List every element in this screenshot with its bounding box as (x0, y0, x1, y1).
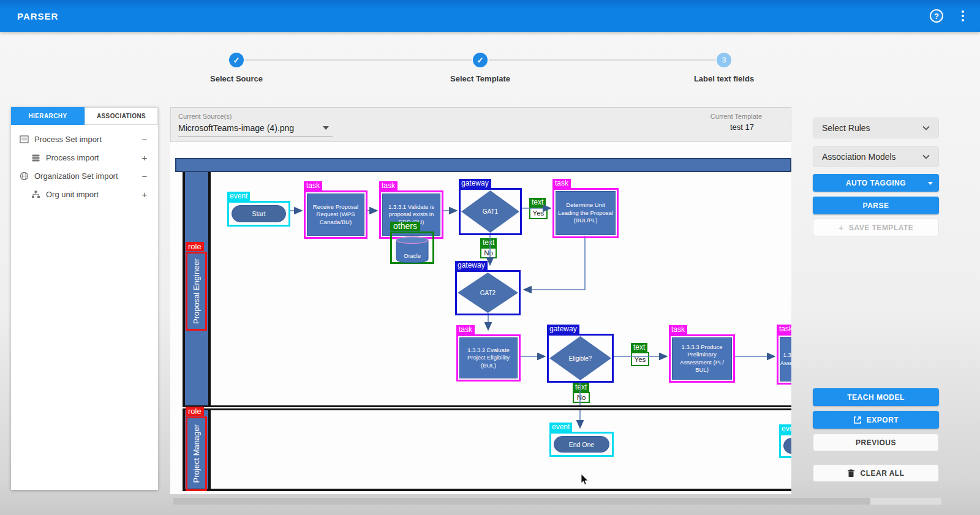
tree-item-process-import[interactable]: Process import + (11, 148, 158, 167)
collapse-toggle[interactable]: − (140, 171, 149, 181)
current-template-value: test 17 (730, 122, 754, 132)
source-select-value: MicrosoftTeams-image (4).png (178, 123, 294, 133)
task-shape[interactable]: 1.3.3.3 Produce Preliminary Assessment (… (672, 337, 732, 380)
diagram-canvas[interactable]: role Proposal Engineer role Project Mana… (170, 142, 791, 494)
collapse-toggle[interactable]: − (140, 134, 149, 145)
annotation-event-start[interactable]: event Start (227, 190, 290, 227)
step-2-label: Select Template (419, 74, 541, 83)
annotation-gateway-eligible[interactable]: gateway Eligible? (547, 323, 614, 383)
gateway-shape[interactable]: GAT1 (461, 190, 519, 233)
step-3-circle[interactable]: 3 (717, 53, 731, 67)
teach-model-button[interactable]: TEACH MODEL (813, 388, 939, 406)
current-template-label: Current Template (710, 113, 762, 120)
select-rules-dropdown[interactable]: Select Rules (813, 118, 939, 138)
step-1-circle[interactable]: ✓ (229, 53, 244, 67)
gateway-shape[interactable]: Eligible? (549, 336, 611, 380)
help-icon[interactable]: ? (930, 9, 943, 23)
annotation-text-no2[interactable]: text No (573, 381, 590, 403)
annotation-task-receive-proposal[interactable]: task Receive Proposal Request (WPS Canad… (304, 179, 368, 239)
current-source-label: Current Source(s) (178, 113, 232, 120)
oracle-label: Oracle (404, 252, 421, 259)
plus-icon: + (839, 222, 844, 233)
save-template-button[interactable]: + SAVE TEMPLATE (813, 219, 939, 236)
role-label: Proposal Engineer (192, 258, 201, 324)
annotation-text-yes2[interactable]: text Yes (631, 341, 649, 366)
org-unit-icon (31, 190, 40, 199)
app-title: PARSER (17, 11, 58, 21)
annotation-task-produce[interactable]: task 1.3.3.3 Produce Preliminary Assessm… (669, 323, 735, 383)
role-label: Project Manager (192, 424, 201, 483)
tree-item-organization-set-import[interactable]: Organization Set import − (11, 167, 158, 185)
text-shape[interactable]: Yes (529, 207, 548, 219)
database-cylinder-shape[interactable]: Oracle (395, 236, 429, 264)
process-set-icon (20, 135, 29, 144)
annotation-event-end-one[interactable]: event End One (549, 421, 614, 457)
annotation-task-assessment[interactable]: task 1.3.3.4 Assessm (777, 323, 791, 385)
bpmn-pool-header (175, 158, 791, 172)
source-select[interactable]: MicrosoftTeams-image (4).png (178, 122, 333, 137)
task-shape[interactable]: Determine Unit Leading the Proposal (BUL… (556, 191, 616, 235)
previous-button[interactable]: PREVIOUS (813, 434, 939, 451)
chevron-down-icon (922, 126, 930, 130)
step-1-label: Select Source (175, 74, 298, 83)
gateway-shape[interactable]: GAT2 (458, 273, 518, 313)
chevron-down-icon (928, 182, 933, 185)
association-models-dropdown[interactable]: Association Models (813, 146, 939, 167)
annotation-role-proposal-engineer[interactable]: role Proposal Engineer (186, 241, 207, 331)
event-shape-end-one[interactable]: End One (554, 436, 609, 453)
scrollbar-thumb[interactable] (173, 498, 870, 505)
step-connector (245, 59, 472, 61)
task-shape[interactable]: 1.3.3.4 Assessm (780, 337, 791, 382)
tab-associations[interactable]: ASSOCIATIONS (85, 107, 158, 125)
chevron-down-icon (323, 126, 329, 130)
annotation-role-project-manager[interactable]: role Project Manager (186, 405, 207, 491)
step-connector (489, 59, 715, 61)
app-header: PARSER ? (0, 0, 980, 32)
clear-all-button[interactable]: CLEAR ALL (813, 464, 939, 482)
trash-icon (847, 469, 855, 478)
text-shape[interactable]: No (480, 247, 497, 258)
expand-toggle[interactable]: + (140, 152, 149, 163)
step-3-label: Label text fields (663, 74, 785, 83)
organization-set-icon (20, 171, 29, 181)
task-shape[interactable]: Receive Proposal Request (WPS Canada/BU) (307, 194, 364, 236)
expand-toggle[interactable]: + (140, 189, 149, 200)
parse-button[interactable]: PARSE (813, 197, 939, 214)
bpmn-lane-divider (183, 405, 791, 410)
tree-item-org-unit-import[interactable]: Org unit import + (11, 185, 158, 203)
annotation-text-yes1[interactable]: text Yes (529, 196, 548, 219)
text-shape[interactable]: Yes (631, 352, 649, 366)
kebab-menu-icon[interactable] (959, 8, 967, 24)
text-shape[interactable]: No (573, 392, 590, 403)
hierarchy-sidebar: HIERARCHY ASSOCIATIONS Process Set impor… (11, 107, 158, 490)
source-bar: Current Source(s) MicrosoftTeams-image (… (170, 107, 791, 142)
auto-tagging-button[interactable]: AUTO TAGGING (813, 174, 939, 192)
event-shape-start[interactable]: Start (232, 205, 286, 222)
tree-item-process-set-import[interactable]: Process Set import − (11, 130, 158, 148)
annotation-others-oracle[interactable]: others Oracle (390, 220, 434, 264)
tab-hierarchy[interactable]: HIERARCHY (11, 107, 85, 125)
chevron-down-icon (922, 154, 930, 159)
bpmn-pool-bottom-border (183, 489, 791, 491)
task-shape[interactable]: 1.3.3.2 Evaluate Project Eligibility (BU… (459, 337, 518, 378)
event-shape-end-two[interactable]: End (783, 438, 791, 454)
annotation-event-end-two[interactable]: event End (779, 423, 791, 458)
horizontal-scrollbar[interactable] (173, 498, 941, 505)
export-icon (853, 416, 862, 424)
annotation-task-determine-unit[interactable]: task Determine Unit Leading the Proposal… (552, 177, 619, 238)
step-2-circle[interactable]: ✓ (473, 53, 488, 67)
annotation-gateway-gat1[interactable]: gateway GAT1 (459, 177, 522, 235)
mouse-cursor (581, 474, 590, 486)
export-button[interactable]: EXPORT (813, 411, 939, 429)
process-icon (31, 153, 40, 162)
annotation-text-no1[interactable]: text No (480, 236, 497, 258)
annotation-task-evaluate[interactable]: task 1.3.3.2 Evaluate Project Eligibilit… (456, 323, 521, 382)
annotation-gateway-gat2[interactable]: gateway GAT2 (455, 259, 521, 315)
